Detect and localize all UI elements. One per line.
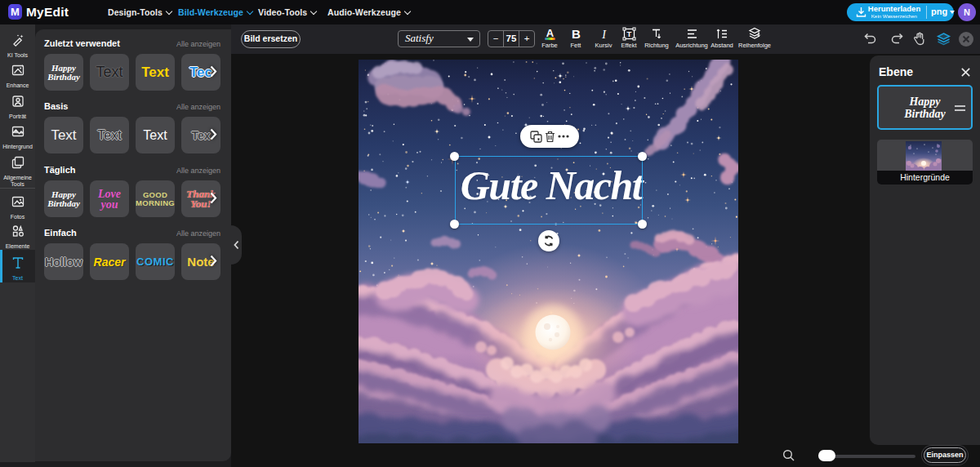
svg-text:T: T: [626, 29, 631, 38]
svg-text:A: A: [546, 27, 554, 39]
svg-text:B: B: [572, 27, 581, 41]
svg-text:I: I: [601, 29, 607, 41]
